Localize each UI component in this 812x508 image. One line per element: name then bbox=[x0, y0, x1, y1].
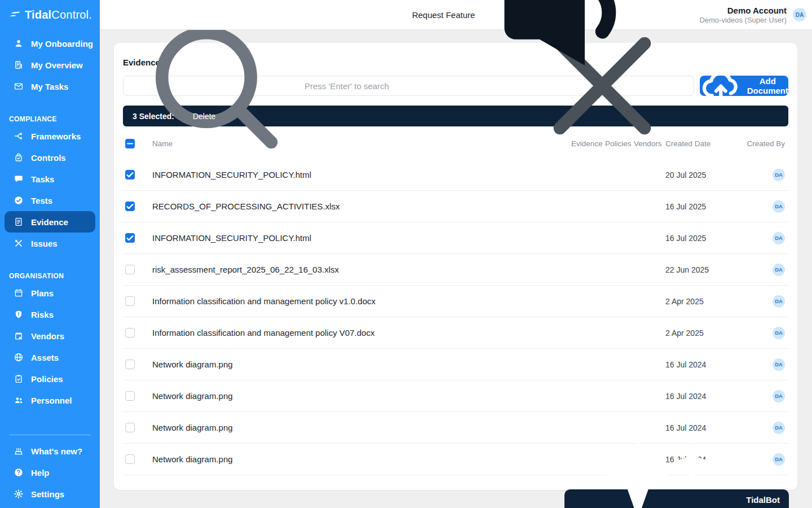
table-row[interactable]: Information classification and managemen… bbox=[123, 317, 788, 349]
sidebar-item-what-s-new[interactable]: What's new? bbox=[5, 440, 95, 462]
row-checkbox[interactable] bbox=[125, 202, 135, 211]
sidebar-item-my-overview[interactable]: My Overview bbox=[5, 54, 95, 76]
request-feature-button[interactable]: Request Feature bbox=[412, 0, 650, 99]
created-by-avatar: DA bbox=[773, 390, 785, 402]
row-checkbox[interactable] bbox=[125, 265, 135, 274]
sidebar-section-title-compliance: COMPLIANCE bbox=[0, 115, 100, 123]
sparkles-icon bbox=[572, 415, 742, 508]
row-checkbox[interactable] bbox=[125, 328, 135, 338]
file-name: INFORMATION_SECURITY_POLICY.html bbox=[152, 233, 567, 243]
storefront-icon bbox=[14, 331, 24, 341]
selection-count: 3 Selected: bbox=[133, 112, 174, 121]
column-header-name: Name bbox=[152, 139, 567, 148]
created-by-avatar: DA bbox=[773, 295, 785, 308]
table-row[interactable]: Network diagram.png16 Jul 2024DA bbox=[123, 380, 788, 412]
sidebar-item-issues[interactable]: Issues bbox=[5, 233, 95, 254]
created-date: 16 Jul 2024 bbox=[660, 392, 744, 401]
tools-icon bbox=[14, 238, 24, 248]
sidebar-item-label: Plans bbox=[31, 288, 54, 298]
sidebar-spacer bbox=[0, 411, 100, 435]
column-header-policies: Policies bbox=[601, 139, 629, 148]
created-by-avatar: DA bbox=[773, 169, 785, 181]
sidebar-item-label: Frameworks bbox=[31, 132, 81, 141]
file-name: Network diagram.png bbox=[152, 391, 567, 401]
delete-selected-button[interactable]: Delete bbox=[193, 112, 215, 121]
created-by-avatar: DA bbox=[773, 264, 785, 276]
account-name: Demo Account bbox=[699, 5, 787, 16]
sidebar-item-plans[interactable]: Plans bbox=[5, 282, 95, 304]
row-checkbox[interactable] bbox=[125, 423, 135, 432]
table-row[interactable]: risk_assessment_report_2025_06_22_16_03.… bbox=[123, 254, 788, 286]
created-by-avatar: DA bbox=[773, 232, 785, 244]
table-row[interactable]: RECORDS_OF_PROCESSING_ACTIVITIES.xlsx16 … bbox=[123, 191, 788, 222]
sidebar-item-policies[interactable]: Policies bbox=[5, 368, 95, 389]
table-row[interactable]: Network diagram.png16 Jul 2024DA bbox=[123, 349, 788, 380]
created-date: 16 Jul 2024 bbox=[660, 360, 744, 369]
row-checkbox[interactable] bbox=[125, 233, 135, 243]
sidebar-item-label: Tests bbox=[31, 196, 52, 205]
created-by-avatar: DA bbox=[773, 422, 785, 434]
sidebar-item-label: Tasks bbox=[31, 174, 54, 184]
file-name: Network diagram.png bbox=[152, 423, 567, 432]
sidebar: TidalControl. My OnboardingMy OverviewMy… bbox=[0, 0, 100, 508]
cake-icon bbox=[14, 446, 24, 456]
sidebar-item-tests[interactable]: Tests bbox=[5, 190, 95, 211]
created-by-avatar: DA bbox=[773, 358, 785, 371]
file-name: Network diagram.png bbox=[152, 454, 567, 464]
sidebar-item-label: Vendors bbox=[31, 331, 64, 341]
column-header-evidence: Evidence bbox=[567, 139, 601, 148]
sidebar-item-personnel[interactable]: Personnel bbox=[5, 389, 95, 411]
row-checkbox[interactable] bbox=[125, 296, 135, 306]
chat-icon bbox=[14, 174, 24, 184]
sidebar-item-controls[interactable]: Controls bbox=[5, 147, 95, 168]
people-icon bbox=[14, 395, 24, 405]
created-by-avatar: DA bbox=[773, 453, 785, 466]
sidebar-item-label: Policies bbox=[31, 374, 63, 384]
cloud-upload-icon bbox=[700, 65, 742, 107]
tidalbot-button[interactable]: TidalBot bbox=[564, 489, 789, 508]
created-date: 20 Jul 2025 bbox=[660, 170, 744, 179]
row-checkbox[interactable] bbox=[125, 454, 135, 464]
row-checkbox[interactable] bbox=[125, 170, 135, 179]
add-document-button[interactable]: Add Document bbox=[700, 76, 788, 96]
sidebar-item-risks[interactable]: Risks bbox=[5, 304, 95, 325]
row-checkbox[interactable] bbox=[125, 391, 135, 401]
check-circle-icon bbox=[14, 195, 24, 205]
sidebar-item-label: My Onboarding bbox=[31, 39, 93, 49]
sidebar-item-frameworks[interactable]: Frameworks bbox=[5, 125, 95, 147]
account-text: Demo Account Demo-videos (Super User) bbox=[699, 5, 787, 25]
created-date: 16 Jul 2025 bbox=[660, 234, 744, 243]
sidebar-section-title-organisation: ORGANISATION bbox=[0, 272, 100, 280]
table-row[interactable]: Information classification and managemen… bbox=[123, 286, 788, 317]
tidalbot-label: TidalBot bbox=[746, 495, 780, 505]
user-avatar[interactable]: DA bbox=[793, 8, 806, 21]
request-feature-label: Request Feature bbox=[412, 10, 475, 20]
sidebar-item-settings[interactable]: Settings bbox=[5, 483, 95, 505]
sidebar-item-assets[interactable]: Assets bbox=[5, 347, 95, 368]
select-all-checkbox[interactable] bbox=[125, 139, 135, 148]
account-menu[interactable]: Demo Account Demo-videos (Super User) DA bbox=[699, 5, 806, 25]
file-name: INFORMATION_SECURITY_POLICY.html bbox=[152, 170, 567, 179]
sidebar-sections: COMPLIANCEFrameworksControlsTasksTestsEv… bbox=[0, 97, 100, 411]
table-row[interactable]: INFORMATION_SECURITY_POLICY.html16 Jul 2… bbox=[123, 222, 788, 254]
created-by-avatar: DA bbox=[773, 327, 785, 339]
sidebar-item-vendors[interactable]: Vendors bbox=[5, 325, 95, 347]
app-logo[interactable]: TidalControl. bbox=[0, 0, 100, 30]
file-name: Information classification and managemen… bbox=[152, 296, 567, 306]
sidebar-item-my-onboarding[interactable]: My Onboarding bbox=[5, 33, 95, 54]
sidebar-item-label: My Tasks bbox=[31, 82, 68, 91]
created-date: 2 Apr 2025 bbox=[660, 297, 744, 306]
sidebar-item-tasks[interactable]: Tasks bbox=[5, 168, 95, 190]
clipboard-check-icon bbox=[14, 374, 24, 384]
sidebar-item-help[interactable]: Help bbox=[5, 462, 95, 483]
sidebar-item-label: Issues bbox=[31, 239, 58, 248]
add-document-label: Add Document bbox=[747, 76, 788, 95]
row-checkbox[interactable] bbox=[125, 360, 135, 369]
sidebar-item-my-tasks[interactable]: My Tasks bbox=[5, 76, 95, 97]
shield-alert-icon bbox=[14, 309, 24, 319]
calendar-icon bbox=[14, 288, 24, 298]
column-header-created-by: Created By bbox=[744, 139, 788, 148]
gear-icon bbox=[14, 489, 24, 499]
bag-check-icon bbox=[14, 152, 24, 163]
sidebar-item-evidence[interactable]: Evidence bbox=[5, 211, 95, 233]
